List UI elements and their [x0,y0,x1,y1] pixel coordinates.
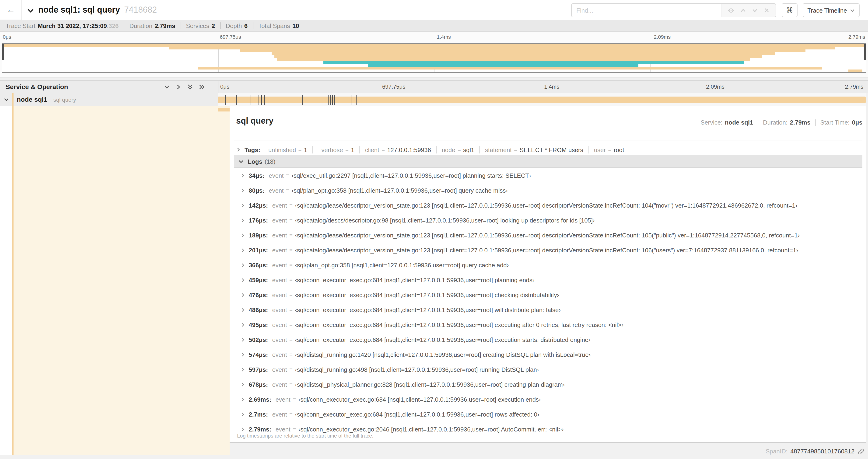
tags-accordion[interactable]: Tags: _unfinished=1_verbose=1client=127.… [236,144,624,155]
minimap-right-scrubber[interactable] [864,44,866,60]
log-field-value: ‹sql/distsql_running.go:1420 [nsql1,clie… [295,351,591,358]
log-row[interactable]: 476μs:event=‹sql/conn_executor_exec.go:6… [234,287,862,302]
keyboard-shortcuts-button[interactable]: ⌘ [782,3,798,17]
log-row[interactable]: 189μs:event=‹sql/catalog/lease/descripto… [234,228,862,242]
summary-label: Duration [129,22,152,29]
log-row[interactable]: 502μs:event=‹sql/conn_executor_exec.go:6… [234,332,862,347]
log-timestamp: 476μs: [249,291,268,298]
log-marker[interactable] [842,95,842,105]
span-row-timeline[interactable] [218,93,866,106]
log-timestamp: 495μs: [249,321,268,328]
summary-label: Services [186,22,209,29]
log-marker[interactable] [258,95,259,105]
log-marker[interactable] [236,95,237,105]
log-row[interactable]: 2.7ms:event=‹sql/conn_executor_exec.go:6… [234,407,862,422]
trace-view-select[interactable]: Trace Timeline [803,3,860,17]
log-marker[interactable] [331,95,331,105]
summary-item: Trace StartMarch 31 2022, 17:25:09.326 [6,22,119,29]
back-button[interactable]: ← [0,0,22,20]
find-input[interactable] [572,4,721,17]
log-timestamp: 189μs: [249,232,268,239]
deep-link-icon[interactable] [858,448,864,455]
log-equals: = [289,247,292,253]
tag-key: client [365,146,379,153]
clear-find-button[interactable] [764,7,770,13]
log-marker[interactable] [332,95,333,105]
detail-meta-label: Service: [701,119,722,126]
log-marker[interactable] [324,95,324,105]
chevron-right-icon [241,218,245,222]
ruler-tick-label: 2.79ms [845,84,863,90]
log-row[interactable]: 142μs:event=‹sql/catalog/lease/descripto… [234,198,862,213]
prev-result-button[interactable] [740,7,746,13]
log-marker[interactable] [375,95,375,105]
tag-key: statement [485,146,512,153]
log-marker[interactable] [865,95,865,105]
log-row[interactable]: 597μs:event=‹sql/distsql_running.go:498 … [234,362,862,377]
span-row[interactable]: node sql1sql query [0,93,868,106]
summary-item: Depth6 [226,22,248,29]
log-marker[interactable] [302,95,303,105]
chevron-right-icon [241,427,245,431]
log-row[interactable]: 2.69ms:event=‹sql/conn_executor_exec.go:… [234,392,862,407]
minimap-left-scrubber[interactable] [2,44,4,60]
trace-collapse-toggle[interactable] [27,7,34,14]
log-marker[interactable] [844,95,845,105]
logs-count: (18) [265,158,275,165]
focus-match-button[interactable] [728,7,734,13]
log-row[interactable]: 574μs:event=‹sql/distsql_running.go:1420… [234,347,862,362]
span-collapse-toggle[interactable] [4,97,9,102]
summary-value-fraction: .326 [107,22,119,29]
span-id-value: 4877749850101760812 [790,448,855,455]
next-result-button[interactable] [752,7,758,13]
log-row[interactable]: 366μs:event=‹sql/plan_opt.go:358 [nsql1,… [234,258,862,272]
log-field-value: ‹sql/distsql_running.go:498 [nsql1,clien… [295,366,539,373]
collapse-one-button[interactable] [164,84,170,90]
log-marker[interactable] [334,95,334,105]
log-marker[interactable] [328,95,329,105]
minimap-span-bar [169,47,835,50]
log-equals: = [289,217,292,223]
minimap-span-bar [277,58,750,61]
log-row[interactable]: 495μs:event=‹sql/conn_executor_exec.go:6… [234,317,862,332]
tag-item: statement=SELECT * FROM users [485,146,583,153]
log-row[interactable]: 486μs:event=‹sql/conn_executor_exec.go:6… [234,302,862,317]
log-equals: = [292,426,296,432]
detail-divider [234,140,862,140]
log-equals: = [289,202,292,208]
collapse-controls [164,81,205,93]
summary-divider [180,22,181,29]
double-chevron-down-icon [187,84,193,90]
log-timestamp: 201μs: [249,247,268,254]
log-row[interactable]: 459μs:event=‹sql/conn_executor_exec.go:6… [234,272,862,287]
logs-accordion-header[interactable]: Logs (18) [234,155,862,168]
log-field-key: event [269,187,284,194]
chevron-right-icon [241,382,245,387]
expand-all-button[interactable] [199,84,205,90]
ruler-gridline [542,81,542,93]
span-row-label[interactable]: node sql1sql query [0,93,218,106]
span-bar[interactable] [218,97,866,103]
log-marker[interactable] [261,95,262,105]
log-row[interactable]: 176μs:event=‹sql/catalog/descs/descripto… [234,213,862,228]
log-row[interactable]: 201μs:event=‹sql/catalog/lease/descripto… [234,242,862,258]
log-row[interactable]: 80μs:event=‹sql/plan_opt.go:358 [nsql1,c… [234,183,862,198]
log-marker[interactable] [351,95,351,105]
meta-divider [758,119,758,126]
expand-one-button[interactable] [176,84,182,90]
log-marker[interactable] [225,95,226,105]
collapse-all-button[interactable] [187,84,193,90]
trace-name: node sql1: sql query [38,5,120,14]
log-marker[interactable] [264,95,265,105]
minimap-canvas[interactable] [2,43,866,73]
log-field-value: ‹sql/conn_executor_exec.go:684 [nsql1,cl… [295,276,534,283]
minimap-tick-label: 0μs [3,34,11,40]
log-row[interactable]: 678μs:event=‹sql/distsql_physical_planne… [234,377,862,392]
log-marker[interactable] [356,95,356,105]
find-actions [721,4,776,17]
summary-label: Trace Start [6,22,35,29]
log-marker[interactable] [250,95,251,105]
log-field-key: event [269,172,284,179]
column-resize-grip[interactable] [213,85,215,90]
log-row[interactable]: 34μs:event=‹sql/exec_util.go:2297 [nsql1… [234,168,862,183]
